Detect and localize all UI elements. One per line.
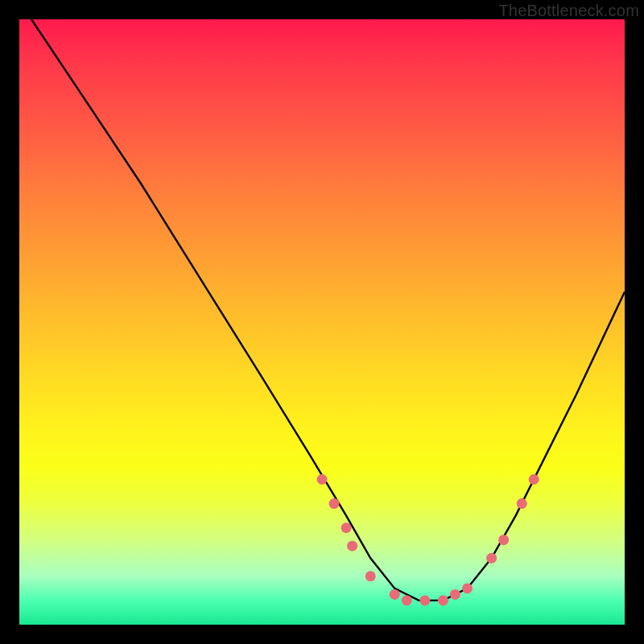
data-point-marker	[438, 595, 448, 605]
bottleneck-curve	[31, 19, 625, 601]
curve-svg	[19, 19, 625, 625]
data-point-marker	[329, 498, 340, 509]
data-point-marker	[486, 553, 497, 564]
plot-area	[19, 19, 625, 625]
data-point-marker	[419, 595, 430, 605]
data-point-marker	[402, 595, 412, 605]
curve-markers	[317, 474, 539, 605]
data-point-marker	[317, 474, 328, 485]
data-point-marker	[341, 522, 352, 533]
data-point-marker	[365, 571, 376, 581]
chart-frame: TheBottleneck.com	[0, 0, 644, 644]
watermark-text: TheBottleneck.com	[498, 2, 639, 20]
data-point-marker	[498, 535, 509, 545]
data-point-marker	[450, 589, 460, 600]
data-point-marker	[517, 498, 527, 509]
data-point-marker	[462, 583, 473, 593]
data-point-marker	[529, 474, 539, 485]
data-point-marker	[390, 589, 400, 600]
data-point-marker	[347, 541, 357, 551]
